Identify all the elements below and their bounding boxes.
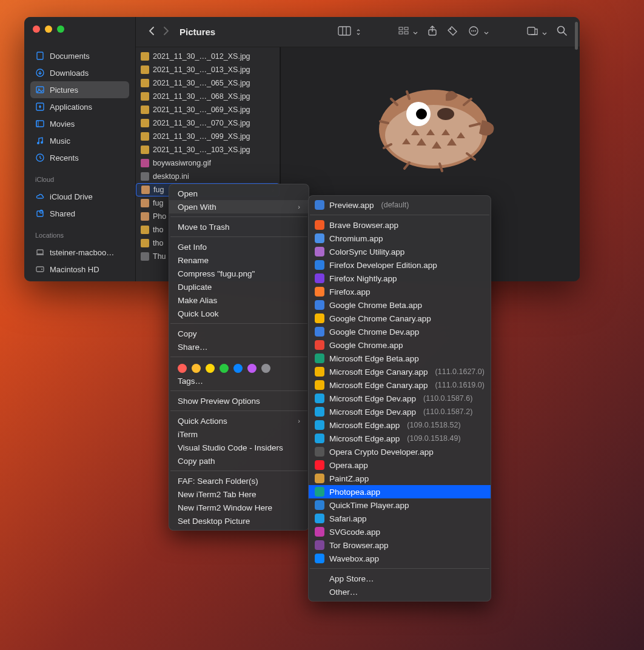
file-row[interactable]: 2021_11_30_…_012_XS.jpg xyxy=(136,50,280,63)
menu-item[interactable]: Quick Actions› xyxy=(169,414,309,427)
tag-dot[interactable] xyxy=(247,364,257,373)
menu-item[interactable]: Duplicate xyxy=(169,280,309,293)
close-button[interactable] xyxy=(33,25,40,33)
minimize-button[interactable] xyxy=(45,25,52,33)
open-with-item[interactable]: QuickTime Player.app xyxy=(309,498,491,512)
open-with-item[interactable]: Google Chrome Canary.app xyxy=(309,312,491,325)
file-row[interactable]: 2021_11_30_…_103_XS.jpg xyxy=(136,143,280,156)
sidebar-item[interactable]: Downloads xyxy=(30,64,129,81)
open-with-item[interactable]: Microsoft Edge Canary.app(111.0.1619.0) xyxy=(309,378,491,392)
menu-item[interactable]: Move to Trash xyxy=(169,220,309,233)
menu-item[interactable]: Copy xyxy=(169,327,309,340)
menu-item[interactable]: Open xyxy=(169,187,309,200)
open-with-label: Tor Browser.app xyxy=(329,541,389,550)
file-row[interactable]: 2021_11_30_…_069_XS.jpg xyxy=(136,103,280,116)
sidebar-item[interactable]: Documents xyxy=(30,47,129,64)
sidebar-item[interactable]: Applications xyxy=(30,98,129,115)
preview-scrollbar[interactable] xyxy=(575,22,578,50)
menu-item[interactable]: New iTerm2 Window Here xyxy=(169,501,309,514)
tag-dot[interactable] xyxy=(178,364,187,373)
open-with-item[interactable]: Opera.app xyxy=(309,458,491,472)
tag-dot[interactable] xyxy=(220,364,229,373)
search-icon[interactable] xyxy=(557,25,568,39)
zoom-button[interactable] xyxy=(57,25,64,33)
open-with-item[interactable]: Microsoft Edge.app(109.0.1518.49) xyxy=(309,432,491,445)
open-with-item[interactable]: Safari.app xyxy=(309,512,491,525)
tag-dot[interactable] xyxy=(192,364,201,373)
open-with-item[interactable]: SVGcode.app xyxy=(309,525,491,538)
open-with-item[interactable]: Google Chrome.app xyxy=(309,338,491,352)
menu-item[interactable]: Visual Studio Code - Insiders xyxy=(169,441,309,454)
sidebar-item[interactable]: Music xyxy=(30,132,129,149)
open-with-item[interactable]: ColorSync Utility.app xyxy=(309,245,491,258)
menu-item[interactable]: Show Preview Options xyxy=(169,394,309,407)
open-with-item[interactable]: Microsoft Edge Dev.app(110.0.1587.6) xyxy=(309,392,491,405)
open-with-label: Opera Crypto Developer.app xyxy=(329,447,434,457)
menu-item[interactable]: Make Alias xyxy=(169,293,309,307)
menu-item-label: Open With xyxy=(178,203,216,212)
forward-button[interactable] xyxy=(163,26,170,38)
file-thumb-icon xyxy=(141,252,149,261)
menu-item[interactable]: Open With› xyxy=(169,200,309,213)
sidebar-item[interactable]: iCloud Drive xyxy=(30,188,129,205)
file-row[interactable]: 2021_11_30_…_070_XS.jpg xyxy=(136,116,280,130)
file-row[interactable]: boywasiwrong.gif xyxy=(136,156,280,170)
svg-rect-14 xyxy=(36,267,44,272)
file-row[interactable]: 2021_11_30_…_013_XS.jpg xyxy=(136,63,280,76)
menu-item[interactable]: iTerm xyxy=(169,427,309,441)
menu-item[interactable]: Quick Look xyxy=(169,307,309,320)
open-with-item[interactable]: App Store… xyxy=(309,572,491,585)
open-with-item[interactable]: Google Chrome Beta.app xyxy=(309,298,491,312)
open-with-item[interactable]: Photopea.app xyxy=(309,485,491,498)
menu-item[interactable]: Share… xyxy=(169,340,309,353)
tag-dot[interactable] xyxy=(206,364,215,373)
open-with-item[interactable]: Tor Browser.app xyxy=(309,538,491,552)
more-icon[interactable] xyxy=(468,26,488,38)
menu-item[interactable]: Compress "fugu.png" xyxy=(169,267,309,280)
tag-icon[interactable] xyxy=(447,25,458,39)
open-with-item[interactable]: Opera Crypto Developer.app xyxy=(309,445,491,458)
menu-item[interactable]: Rename xyxy=(169,253,309,267)
open-with-item[interactable]: Other… xyxy=(309,585,491,598)
open-with-item[interactable]: Microsoft Edge Beta.app xyxy=(309,352,491,365)
open-with-label: PaintZ.app xyxy=(329,474,369,483)
open-with-item[interactable]: Wavebox.app xyxy=(309,552,491,565)
open-with-item[interactable]: Brave Browser.app xyxy=(309,218,491,232)
open-with-item[interactable]: Google Chrome Dev.app xyxy=(309,325,491,338)
sidebar-item[interactable]: tsteiner-macboo… xyxy=(30,244,129,261)
tag-dot[interactable] xyxy=(233,364,243,373)
file-row[interactable]: 2021_11_30_…_099_XS.jpg xyxy=(136,130,280,143)
menu-item[interactable]: New iTerm2 Tab Here xyxy=(169,488,309,501)
open-with-item[interactable]: Preview.app(default) xyxy=(309,198,491,212)
menu-item[interactable]: Copy path xyxy=(169,454,309,467)
file-row[interactable]: 2021_11_30_…_065_XS.jpg xyxy=(136,76,280,90)
menu-item-label: New iTerm2 Tab Here xyxy=(178,490,257,499)
sidebar-item[interactable]: Pictures xyxy=(30,81,129,98)
open-with-item[interactable]: Firefox Nightly.app xyxy=(309,272,491,285)
sidebar-item[interactable]: Macintosh HD xyxy=(30,261,129,278)
sidebar-item[interactable]: Recents xyxy=(30,149,129,166)
file-row[interactable]: 2021_11_30_…_068_XS.jpg xyxy=(136,90,280,103)
back-button[interactable] xyxy=(148,26,155,38)
sidebar-item[interactable]: Shared xyxy=(30,205,129,222)
menu-item[interactable]: Set Desktop Picture xyxy=(169,514,309,528)
open-with-label: Google Chrome Dev.app xyxy=(329,327,419,337)
tag-dot[interactable] xyxy=(261,364,270,373)
open-with-item[interactable]: PaintZ.app xyxy=(309,472,491,485)
open-with-item[interactable]: Firefox Developer Edition.app xyxy=(309,258,491,272)
open-with-item[interactable]: Firefox.app xyxy=(309,285,491,298)
menu-item[interactable]: FAF: Search Folder(s) xyxy=(169,474,309,488)
open-with-item[interactable]: Microsoft Edge Canary.app(111.0.1627.0) xyxy=(309,365,491,378)
sidebar-item[interactable]: Movies xyxy=(30,115,129,132)
menu-item[interactable]: Tags… xyxy=(169,374,309,387)
share-icon[interactable] xyxy=(428,25,437,39)
open-with-item[interactable]: Microsoft Edge.app(109.0.1518.52) xyxy=(309,418,491,432)
columns-view-icon[interactable] xyxy=(338,26,360,38)
file-row[interactable]: desktop.ini xyxy=(136,170,280,183)
action-icon[interactable] xyxy=(526,25,547,39)
menu-item[interactable]: Get Info xyxy=(169,240,309,253)
group-icon[interactable] xyxy=(398,26,418,38)
open-with-item[interactable]: Microsoft Edge Dev.app(110.0.1587.2) xyxy=(309,405,491,418)
open-with-item[interactable]: Chromium.app xyxy=(309,232,491,245)
file-thumb-icon xyxy=(141,172,149,181)
